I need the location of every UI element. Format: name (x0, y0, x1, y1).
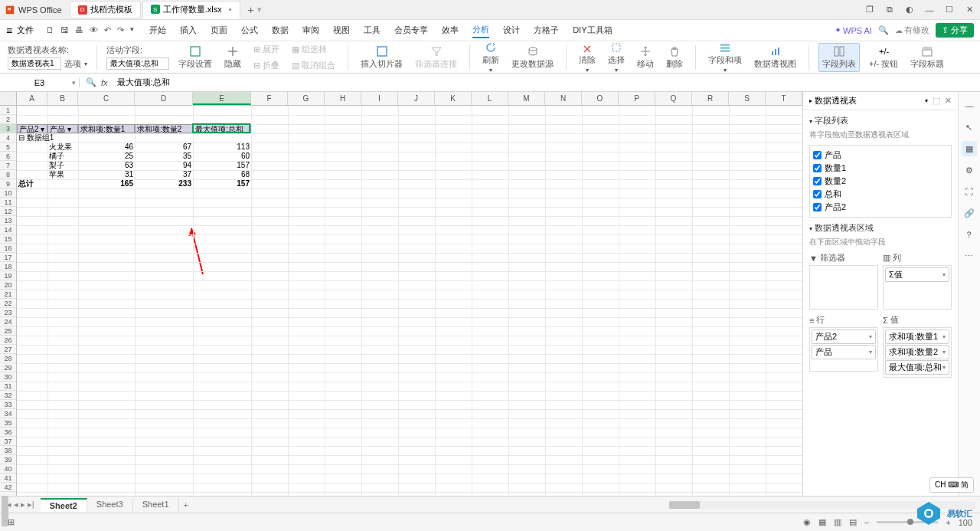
window-restore-icon[interactable]: ❐ (864, 4, 876, 16)
print-icon[interactable]: 🖶 (75, 25, 83, 35)
row-header[interactable]: 28 (0, 354, 16, 363)
field-checkbox[interactable] (813, 151, 822, 159)
select-tool-icon[interactable]: ↖ (962, 120, 977, 135)
insert-slicer-button[interactable]: 插入切片器 (358, 44, 406, 71)
row-area[interactable]: 产品2▾产品▾ (809, 327, 878, 372)
undo-icon[interactable]: ↶ (104, 25, 111, 35)
menu-方格子[interactable]: 方格子 (534, 23, 559, 38)
row-header[interactable]: 21 (0, 290, 16, 299)
cell[interactable]: 165 (78, 179, 135, 188)
col-header[interactable]: O (582, 92, 619, 105)
menu-数据[interactable]: 数据 (272, 23, 289, 38)
redo-icon[interactable]: ↷ (117, 25, 124, 35)
row-header[interactable]: 41 (0, 474, 16, 483)
row-header[interactable]: 12 (0, 207, 16, 216)
value-area[interactable]: 求和项:数量1▾求和项:数量2▾最大值项:总和▾ (883, 327, 952, 378)
sheet-tab[interactable]: Sheet1 (133, 498, 179, 512)
toolbox-side-icon[interactable]: ⛶ (962, 184, 977, 199)
save-icon[interactable]: 🖫 (60, 25, 69, 35)
settings-side-icon[interactable]: ⚙ (962, 162, 977, 178)
menu-会员专享[interactable]: 会员专享 (394, 23, 428, 38)
delete-button[interactable]: 删除 (663, 44, 686, 71)
close-icon[interactable]: ✕ (963, 4, 975, 16)
pivot-chart-button[interactable]: 数据透视图 (751, 44, 799, 71)
col-header[interactable]: T (766, 92, 802, 105)
last-sheet-icon[interactable]: ▸| (28, 500, 34, 510)
collapse-panel-icon[interactable]: — (962, 98, 977, 113)
cell[interactable]: 苹果 (47, 170, 78, 179)
row-header[interactable]: 34 (0, 409, 16, 418)
clear-button[interactable]: 清除▾ (576, 40, 599, 75)
row-header[interactable]: 2 (0, 115, 16, 124)
move-button[interactable]: 移动 (634, 44, 657, 71)
menu-开始[interactable]: 开始 (149, 23, 166, 38)
col-header[interactable]: A (17, 92, 47, 105)
cell[interactable]: 46 (78, 143, 135, 152)
tab-menu-icon[interactable]: ▾ (257, 5, 262, 15)
fx-icon[interactable]: fx (101, 78, 108, 87)
preview-icon[interactable]: 👁 (90, 25, 98, 35)
search-icon[interactable]: 🔍 (878, 25, 889, 35)
menu-插入[interactable]: 插入 (180, 23, 197, 38)
menu-设计[interactable]: 设计 (503, 23, 520, 38)
field-checkbox[interactable] (813, 203, 822, 211)
col-header[interactable]: M (508, 92, 545, 105)
column-area[interactable]: Σ值▾ (883, 265, 952, 310)
wps-ai-button[interactable]: ✦ WPS AI (835, 25, 872, 35)
row-header[interactable]: 40 (0, 464, 16, 474)
row-header[interactable]: 6 (0, 152, 16, 161)
cell[interactable]: 梨子 (47, 161, 78, 170)
menu-页面[interactable]: 页面 (211, 23, 227, 38)
row-header[interactable]: 35 (0, 418, 16, 428)
row-header[interactable]: 17 (0, 253, 16, 262)
menu-公式[interactable]: 公式 (241, 23, 258, 38)
pivot-name-input[interactable] (8, 57, 61, 70)
options-button[interactable]: 选项 (64, 58, 81, 70)
field-item[interactable]: 数量2 (813, 175, 948, 188)
refresh-button[interactable]: 刷新▾ (479, 40, 502, 75)
menu-DIY工具箱[interactable]: DIY工具箱 (573, 23, 612, 38)
row-header[interactable]: 29 (0, 363, 16, 372)
cell[interactable]: 67 (135, 143, 193, 152)
area-item[interactable]: 产品▾ (812, 345, 876, 359)
add-sheet-button[interactable]: + (184, 500, 188, 510)
view-normal-icon[interactable]: ▦ (818, 517, 826, 527)
col-header[interactable]: N (545, 92, 582, 105)
more-side-icon[interactable]: ⋯ (962, 248, 977, 264)
row-header[interactable]: 5 (0, 143, 16, 152)
row-header[interactable]: 15 (0, 234, 16, 244)
field-checkbox[interactable] (813, 177, 822, 185)
row-header[interactable]: 14 (0, 225, 16, 234)
cell[interactable]: 60 (193, 152, 251, 161)
col-header[interactable]: Q (655, 92, 692, 105)
field-checkbox[interactable] (813, 164, 822, 172)
cell[interactable]: 求和项:数量1 (78, 124, 135, 133)
add-tab-button[interactable]: + (248, 4, 254, 16)
select-button[interactable]: 选择▾ (605, 40, 628, 75)
sheet-tab[interactable]: Sheet3 (87, 498, 133, 512)
select-all-corner[interactable] (0, 92, 17, 105)
cell[interactable]: 橘子 (47, 152, 78, 161)
row-header[interactable]: 8 (0, 170, 16, 179)
col-header[interactable]: E (193, 92, 251, 105)
cell[interactable]: 94 (135, 161, 193, 170)
row-header[interactable]: 1 (0, 106, 16, 115)
row-header[interactable]: 22 (0, 299, 16, 308)
user-icon[interactable]: ◐ (903, 4, 916, 16)
col-header[interactable]: K (435, 92, 472, 105)
field-item[interactable]: 产品 (813, 149, 948, 162)
file-tab-workbook[interactable]: S 工作簿数量.xlsx • (142, 1, 240, 19)
row-header[interactable]: 23 (0, 308, 16, 317)
eye-icon[interactable]: ◉ (803, 517, 811, 527)
cell[interactable]: 68 (193, 170, 251, 179)
cell[interactable]: 233 (135, 179, 193, 188)
prev-sheet-icon[interactable]: ◂ (14, 500, 18, 510)
sheet-tab[interactable]: Sheet2 (41, 498, 87, 512)
cell[interactable]: 113 (193, 143, 251, 152)
row-header[interactable]: 33 (0, 400, 16, 409)
cell[interactable]: 157 (193, 161, 251, 170)
col-header[interactable]: I (361, 92, 398, 105)
menu-视图[interactable]: 视图 (333, 23, 350, 38)
new-icon[interactable]: 🗋 (46, 25, 54, 35)
cell[interactable]: 产品 ▾ (47, 124, 78, 133)
